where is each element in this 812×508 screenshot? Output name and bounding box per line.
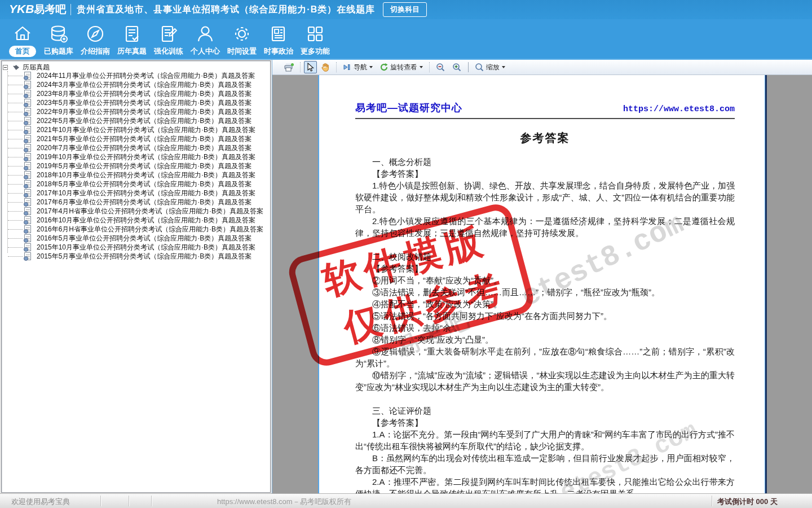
printer-icon [284,63,294,72]
document-paragraph: ⑤语法错误，“各方面共同努力下”应改为“在各方面共同努力下”。 [355,310,735,322]
tree-item-exam-paper[interactable]: 2024年3月事业单位公开招聘分类考试（综合应用能力·B类）真题及答案 [2,80,263,89]
tree-item-exam-paper[interactable]: 2019年5月事业单位公开招聘分类考试（综合应用能力·B类）真题及答案 [2,161,263,170]
tree-item-exam-paper[interactable]: 2015年10月事业单位公开招聘分类考试（综合应用能力·B类）真题及答案 [2,243,263,252]
document-icon [24,189,31,197]
document-icon [24,171,31,179]
exam-tree-panel: 历届真题 2024年11月事业单位公开招聘分类考试（综合应用能力·B类）真题及答… [1,60,271,493]
statusbar-divider [129,496,129,506]
zoom-in-button[interactable] [449,61,465,73]
document-paragraph: ④搭配不当，“政策”应改为“决策”。 [355,298,735,310]
nav-item-training[interactable]: 强化训练 [151,23,187,57]
document-viewer: 导航 旋转查看 缩放 易考吧—试题研究中心 https://www.etest8… [272,60,812,493]
document-paragraph: 二、校阅改错题 [355,251,735,262]
tree-item-label: 2019年10月事业单位公开招聘分类考试（综合应用能力·B类）真题及答案 [37,153,255,161]
document-paragraph: 【参考答案】 [355,262,735,274]
database-plus-icon [48,24,69,44]
tree-item-exam-paper[interactable]: 2024年11月事业单位公开招聘分类考试（综合应用能力·B类）真题及答案 [2,71,263,80]
tree-item-exam-paper[interactable]: 2023年5月事业单位公开招聘分类考试（综合应用能力·B类）真题及答案 [2,98,263,107]
tree-item-exam-paper[interactable]: 2017年10月事业单位公开招聘分类考试（综合应用能力·B类）真题及答案 [2,189,263,198]
viewer-canvas[interactable]: 易考吧—试题研究中心 https://www.etest8.com 参考答案 一… [272,75,812,493]
titlebar-divider [70,4,71,15]
home-icon [12,24,33,44]
document-body: 一、概念分析题【参考答案】1.特色小镇是按照创新、协调、绿色、开放、共享发展理念… [355,156,735,493]
tree-item-exam-paper[interactable]: 2021年10月事业单位公开招聘分类考试（综合应用能力·B类）真题及答案 [2,125,263,134]
document-paragraph: 2.特色小镇发展应遵循的三个基本规律为：一是遵循经济规律，坚持科学发展；二是遵循… [355,215,735,239]
document-paragraph: 1.A：论据不充分。第一段由“网约车受到了广大用户的青睐”和“网约车丰富了市民的… [355,428,735,452]
nav-item-politics[interactable]: 时事政治 [261,23,297,57]
tree-item-exam-paper[interactable]: 2021年5月事业单位公开招聘分类考试（综合应用能力·B类）真题及答案 [2,134,263,143]
app-title: 贵州省直及地市、县事业单位招聘考试（综合应用能力·B类）在线题库 [77,4,375,16]
document-icon [24,117,31,125]
tree-item-exam-paper[interactable]: 2023年8月事业单位公开招聘分类考试（综合应用能力·B类）真题及答案 [2,89,263,98]
document-paragraph: 一、概念分析题 [355,156,735,168]
document-paragraph: 2.A：推理不严密。第二段提到网约车叫车时间比传统出租车要快，只能推出它给公众出… [355,476,735,493]
tree-item-exam-paper[interactable]: 2020年7月事业单位公开招聘分类考试（综合应用能力·B类）真题及答案 [2,143,263,152]
tree-item-exam-paper[interactable]: 2015年5月事业单位公开招聘分类考试（综合应用能力·B类）真题及答案 [2,252,263,261]
document-header: 易考吧—试题研究中心 https://www.etest8.com [355,101,735,119]
nav-item-past-papers[interactable]: 历年真题 [114,23,150,57]
document-paragraph: ⑧错别字，“突现”应改为“凸显”。 [355,334,735,345]
zoom-dropdown-button[interactable]: 缩放 [472,61,508,74]
tree-item-label: 2017年10月事业单位公开招聘分类考试（综合应用能力·B类）真题及答案 [37,189,255,197]
document-paragraph: 三、论证评价题 [355,405,735,417]
tree-item-label: 2016年6月H省事业单位公开招聘分类考试（综合应用能力·B类）真题及答案 [37,225,263,233]
document-icon [24,180,31,188]
tree-item-exam-paper[interactable]: 2022年9月事业单位公开招聘分类考试（综合应用能力·B类）真题及答案 [2,107,263,116]
document-paragraph: ②用词不当，“奉献”应改为“贡献”。 [355,274,735,286]
document-icon [24,72,31,80]
gear-icon [232,24,252,44]
document-icon [24,99,31,107]
document-paragraph [355,393,735,405]
folder-icon [12,64,20,71]
nav-item-more[interactable]: 更多功能 [297,23,333,57]
hand-tool-button[interactable] [318,61,333,73]
document-paragraph: 【参考答案】 [355,417,735,428]
tree-item-exam-paper[interactable]: 2016年6月H省事业单位公开招聘分类考试（综合应用能力·B类）真题及答案 [2,225,263,234]
collapse-toggle-icon[interactable] [3,65,8,70]
tree-item-exam-paper[interactable]: 2018年10月事业单位公开招聘分类考试（综合应用能力·B类）真题及答案 [2,170,263,179]
select-tool-button[interactable] [304,61,317,73]
tree-item-label: 2022年9月事业单位公开招聘分类考试（综合应用能力·B类）真题及答案 [37,108,251,116]
magnifier-icon [475,63,484,72]
compass-icon [85,24,105,44]
tree-item-exam-paper[interactable]: 2016年10月事业单位公开招聘分类考试（综合应用能力·B类）真题及答案 [2,216,263,225]
document-icon [24,243,31,251]
toolbar-divider [468,62,469,72]
nav-item-home[interactable]: 首页 [5,23,41,57]
paper-pencil-icon [158,24,179,44]
grid-icon [305,24,325,44]
tree-item-exam-paper[interactable]: 2019年10月事业单位公开招聘分类考试（综合应用能力·B类）真题及答案 [2,152,263,161]
document-paragraph: ⑥语法错误，去掉“余”。 [355,322,735,334]
switch-subject-button[interactable]: 切换科目 [383,2,427,17]
nav-item-guide[interactable]: 介绍指南 [77,23,113,57]
print-button[interactable] [281,61,297,73]
tree-item-exam-paper[interactable]: 2016年5月事业单位公开招聘分类考试（综合应用能力·B类）真题及答案 [2,234,263,243]
statusbar-divider [151,496,152,506]
document-paragraph [355,239,735,251]
tree-item-label: 2021年10月事业单位公开招聘分类考试（综合应用能力·B类）真题及答案 [37,126,255,134]
rotate-dropdown-button[interactable]: 旋转查看 [377,61,426,74]
tree-item-exam-paper[interactable]: 2022年5月事业单位公开招聘分类考试（综合应用能力·B类）真题及答案 [2,116,263,125]
tree-item-label: 2024年3月事业单位公开招聘分类考试（综合应用能力·B类）真题及答案 [37,81,251,89]
main-toolbar: 首页 已购题库 介绍指南 历年真题 强化训练 个人中心 时间设置 时事政治 更多… [0,19,812,60]
document-icon [24,252,31,260]
zoom-out-button[interactable] [433,61,448,73]
nav-item-time-settings[interactable]: 时间设置 [224,23,260,57]
document-header-url: https://www.etest8.com [623,104,735,114]
document-paragraph: B：虽然网约车的出现会对传统出租车造成一定影响，但目前行业发展才起步，用户面相对… [355,452,735,476]
tree-item-label: 2021年5月事业单位公开招聘分类考试（综合应用能力·B类）真题及答案 [37,135,251,143]
document-title: 参考答案 [355,130,735,146]
nav-item-profile[interactable]: 个人中心 [187,23,223,57]
document-icon [24,225,31,233]
tree-item-exam-paper[interactable]: 2018年5月事业单位公开招聘分类考试（综合应用能力·B类）真题及答案 [2,179,263,189]
nav-item-purchased[interactable]: 已购题库 [41,23,77,57]
navigate-dropdown-button[interactable]: 导航 [340,61,376,74]
document-icon [24,90,31,98]
tree-root-label[interactable]: 历届真题 [23,63,50,72]
tree-item-label: 2022年5月事业单位公开招聘分类考试（综合应用能力·B类）真题及答案 [37,117,251,125]
tree-item-exam-paper[interactable]: 2017年4月H省事业单位公开招聘分类考试（综合应用能力·B类）真题及答案 [2,207,263,216]
document-icon [24,216,31,224]
tree-item-exam-paper[interactable]: 2017年6月事业单位公开招聘分类考试（综合应用能力·B类）真题及答案 [2,198,263,207]
status-bar: 欢迎使用易考宝典 https://www.etest8.com－易考吧版权所有 … [0,493,812,508]
viewer-toolbar: 导航 旋转查看 缩放 [272,60,812,75]
